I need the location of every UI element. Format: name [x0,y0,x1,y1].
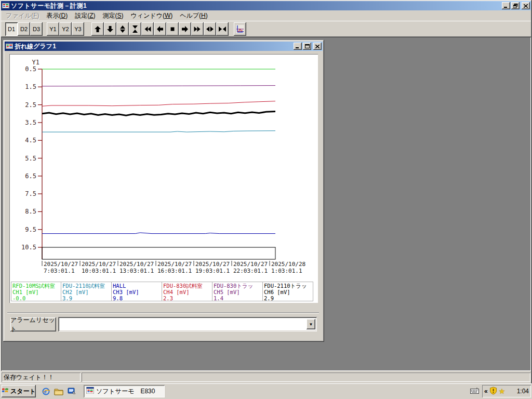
toolbar-button-fast-forward[interactable] [191,22,204,36]
show-desktop-icon[interactable] [67,387,76,396]
restore-icon[interactable] [511,2,520,9]
legend-device-name: HALL [113,283,161,289]
toolbar-button-step-right[interactable] [179,22,191,36]
menu-item-view[interactable]: 表示(D) [43,10,71,21]
toolbar-button-y3[interactable]: Y3 [72,22,84,36]
system-tray: « ★ 1:04 [482,385,531,397]
x-tick-time: 7:03:01.1 [44,268,75,274]
legend-channel-value: 3.9 [62,295,110,301]
taskbar: スタート e ソフトサーモ E830 « [0,383,532,399]
legend-channel-cell: HALL CH3 [mV] 9.8 [112,282,162,301]
x-tick-date: 2025/10/27 [44,261,78,268]
x-tick-date: 2025/10/27 [157,261,192,268]
menu-item-setting[interactable]: 設定(Z) [71,10,99,21]
toolbar-button-compress-horizontal[interactable] [216,22,229,36]
toolbar-button-scroll-up[interactable] [91,22,104,36]
main-titlebar[interactable]: ソフトサーモ計測－計測1 [1,1,531,10]
menu-item-file[interactable]: ファイル(F) [2,10,43,21]
toolbar-button-d1[interactable]: D1 [5,22,18,36]
compress-horizontal-icon [218,25,227,33]
alarm-combobox[interactable]: ▼ [58,317,317,331]
menu-item-measure[interactable]: 測定(S) [99,10,127,21]
taskbar-clock[interactable]: 1:04 [517,388,529,395]
y-tick-label: 10.5 [21,244,36,251]
y-tick-label: 7.5 [25,190,36,197]
graph-window: 折れ線グラフ1 Y10.51.52.53.54.55.56.57.58.59.5… [3,40,324,342]
legend-device-name: RFD-10MS試料室 [12,283,60,289]
desktop: ソフトサーモ計測－計測1 ファイル(F)表示(D)設定(Z)測定(S)ウィンドウ… [0,0,532,399]
legend-channel-value: 2.3 [163,295,211,301]
y-axis-label: Y1 [32,59,39,66]
menubar: ファイル(F)表示(D)設定(Z)測定(S)ウィンドウ(W)ヘルプ(H) [1,11,531,21]
status-secondary [82,373,530,382]
toolbar: D1D2D3 Y1Y2Y3 [1,21,531,37]
x-tick-time: 10:03:01.1 [82,268,116,274]
series-ch4 [42,101,275,107]
toolbar-button-d3[interactable]: D3 [30,22,43,36]
line-chart[interactable]: Y10.51.52.53.54.55.56.57.58.59.510.52025… [10,55,317,281]
quick-launch: e [41,387,76,396]
graph-window-titlebar[interactable]: 折れ線グラフ1 [5,42,323,51]
x-tick-date: 2025/10/28 [271,261,305,268]
legend-channel-value: 2.9 [264,295,312,301]
legend-channel-label: CH1 [mV] [12,289,60,295]
toolbar-button-step-left[interactable] [154,22,166,36]
alarm-reset-button[interactable]: アラームリセット [10,317,56,331]
menu-item-windowm[interactable]: ウィンドウ(W) [127,10,177,21]
toolbar-button-y1[interactable]: Y1 [47,22,59,36]
toolbar-button-scroll-down[interactable] [104,22,116,36]
start-button[interactable]: スタート [2,385,36,397]
toolbar-button-stop[interactable] [166,22,179,36]
tray-expand-icon[interactable]: « [484,388,488,395]
legend-channel-label: CH6 [mV] [264,289,312,295]
alarm-band [42,247,275,259]
legend-device-name: FDU-2110試料室 [62,283,110,289]
toolbar-button-fast-rewind[interactable] [141,22,154,36]
compress-vertical-icon [131,25,139,33]
toolbar-button-expand-vertical[interactable] [116,22,129,36]
status-message: 保存ウェイト！！ [2,373,81,382]
child-minimize-icon[interactable] [294,43,302,50]
child-close-icon[interactable] [313,43,322,50]
toolbar-graph-group [234,22,246,36]
star-tray-icon[interactable]: ★ [499,387,506,395]
y-tick-label: 3.5 [25,119,36,126]
folder-icon[interactable] [54,387,63,396]
legend-device-name: FDU-2110トラッ [264,283,312,289]
chart-panel: Y10.51.52.53.54.55.56.57.58.59.510.52025… [9,54,318,303]
legend-channel-cell: FDU-2110試料室 CH2 [mV] 3.9 [61,282,112,301]
graph-settings-button[interactable] [234,22,246,36]
legend-channel-label: CH5 [mV] [214,289,261,295]
keyboard-layout-icon[interactable] [470,388,479,395]
scroll-up-icon [94,25,102,33]
taskbar-task-button[interactable]: ソフトサーモ E830 [84,385,165,397]
toolbar-button-y2[interactable]: Y2 [59,22,72,36]
minimize-icon[interactable] [502,2,510,9]
y-tick-label: 1.5 [25,83,36,90]
expand-vertical-icon [118,25,127,33]
toolbar-button-d2[interactable]: D2 [18,22,30,36]
chart-legend: RFD-10MS試料室 CH1 [mV] -0.0 FDU-2110試料室 CH… [11,282,313,301]
x-tick-date: 2025/10/27 [82,261,116,268]
x-tick-date: 2025/10/27 [119,261,154,268]
step-right-icon [181,25,189,33]
child-maximize-icon[interactable] [303,43,311,50]
chevron-down-icon[interactable]: ▼ [307,319,315,329]
toolbar-nav-group [91,22,229,36]
window-title: ソフトサーモ計測－計測1 [11,2,502,10]
menu-item-help[interactable]: ヘルプ(H) [176,10,211,21]
legend-channel-value: -0.0 [12,295,60,301]
series-ch5 [42,86,275,86]
y-tick-label: 4.5 [25,137,36,144]
close-icon[interactable] [522,2,530,9]
series-ch3 [42,233,275,234]
svg-text:e: e [44,389,47,394]
legend-device-name: FDU-830試料室 [163,283,211,289]
internet-explorer-icon[interactable]: e [41,387,50,396]
statusbar: 保存ウェイト！！ [1,371,531,382]
security-shield-icon[interactable] [489,387,497,396]
series-ch6 [42,112,275,116]
toolbar-button-compress-vertical[interactable] [129,22,141,36]
x-tick-time: 13:03:01.1 [119,268,154,274]
toolbar-button-expand-horizontal[interactable] [204,22,216,36]
